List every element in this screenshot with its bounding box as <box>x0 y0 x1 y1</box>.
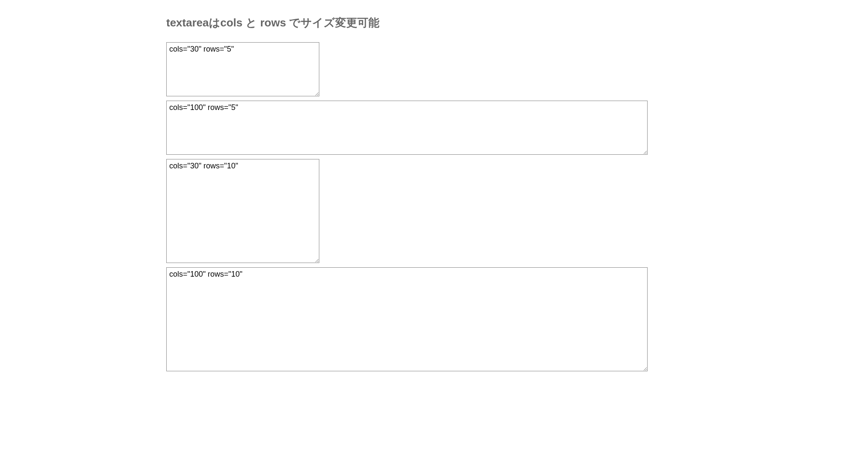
textarea-cols30-rows10[interactable]: cols="30" rows="10" <box>166 159 319 263</box>
textarea-cols100-rows5[interactable]: cols="100" rows="5" <box>166 101 648 155</box>
textarea-cols100-rows10[interactable]: cols="100" rows="10" <box>166 267 648 371</box>
textarea-cols30-rows5[interactable]: cols="30" rows="5" <box>166 42 319 96</box>
demo-container: textareaはcols と rows でサイズ変更可能 cols="30" … <box>0 0 868 371</box>
page-heading: textareaはcols と rows でサイズ変更可能 <box>166 15 868 30</box>
